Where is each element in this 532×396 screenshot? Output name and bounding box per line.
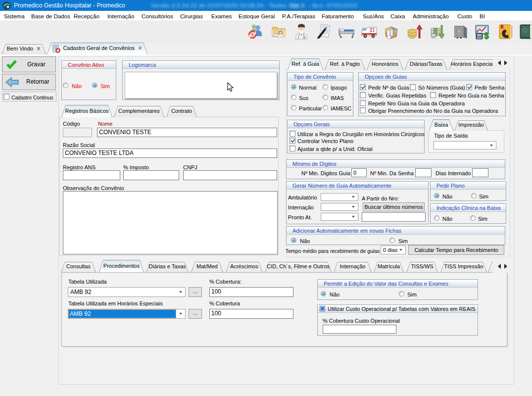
svg-text:$: $ (484, 31, 489, 40)
